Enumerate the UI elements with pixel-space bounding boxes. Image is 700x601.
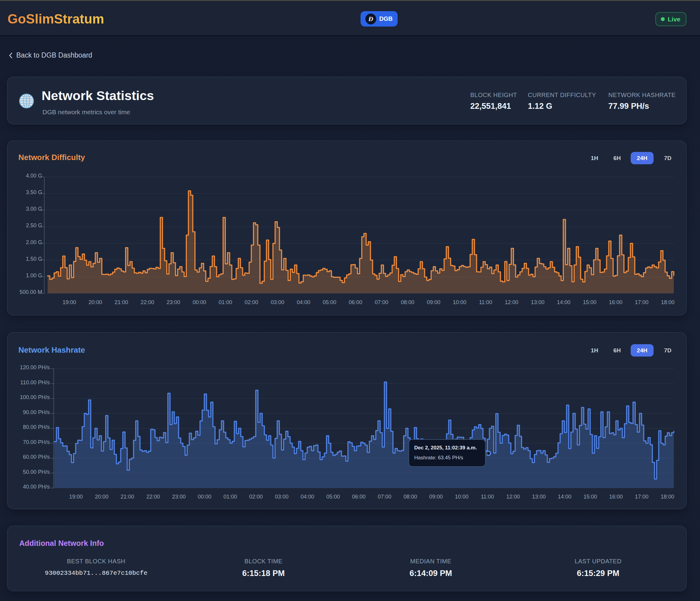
svg-text:19:00: 19:00 [62, 299, 76, 305]
svg-text:18:00: 18:00 [660, 494, 674, 500]
svg-text:20:00: 20:00 [89, 299, 102, 305]
svg-text:07:00: 07:00 [378, 494, 391, 500]
svg-text:16:00: 16:00 [609, 299, 623, 305]
svg-text:12:00: 12:00 [505, 299, 519, 305]
svg-text:17:00: 17:00 [635, 494, 648, 500]
svg-text:11:00: 11:00 [479, 299, 492, 305]
svg-text:110.00 PH/s: 110.00 PH/s [20, 379, 50, 385]
svg-text:1.50 G: 1.50 G [26, 256, 42, 262]
svg-text:90.00 PH/s: 90.00 PH/s [23, 409, 50, 415]
svg-text:03:00: 03:00 [275, 494, 289, 500]
svg-text:4.00 G: 4.00 G [26, 173, 42, 179]
svg-text:11:00: 11:00 [481, 494, 494, 500]
svg-text:13:00: 13:00 [531, 299, 545, 305]
svg-text:120.00 PH/s: 120.00 PH/s [20, 365, 50, 370]
svg-text:23:00: 23:00 [167, 299, 180, 305]
svg-text:01:00: 01:00 [219, 299, 232, 305]
svg-text:01:00: 01:00 [223, 494, 237, 500]
svg-text:14:00: 14:00 [558, 494, 571, 500]
svg-text:60.00 PH/s: 60.00 PH/s [23, 454, 50, 460]
svg-text:08:00: 08:00 [403, 494, 417, 500]
svg-text:50.00 PH/s: 50.00 PH/s [23, 469, 50, 475]
svg-text:15:00: 15:00 [583, 494, 597, 500]
svg-text:10:00: 10:00 [453, 299, 466, 305]
svg-text:23:00: 23:00 [172, 494, 186, 500]
svg-text:3.50 G: 3.50 G [26, 189, 42, 195]
svg-text:04:00: 04:00 [297, 299, 310, 305]
svg-text:3.00 G: 3.00 G [26, 206, 42, 212]
svg-text:02:00: 02:00 [245, 299, 258, 305]
svg-text:05:00: 05:00 [323, 299, 336, 305]
svg-text:08:00: 08:00 [401, 299, 414, 305]
svg-text:16:00: 16:00 [609, 494, 623, 500]
svg-text:100.00 PH/s: 100.00 PH/s [20, 394, 50, 400]
svg-text:06:00: 06:00 [352, 494, 366, 500]
svg-text:18:00: 18:00 [661, 299, 674, 305]
svg-text:02:00: 02:00 [249, 494, 263, 500]
svg-text:70.00 PH/s: 70.00 PH/s [23, 439, 50, 445]
svg-text:09:00: 09:00 [427, 299, 441, 305]
svg-text:05:00: 05:00 [326, 494, 340, 500]
svg-text:80.00 PH/s: 80.00 PH/s [23, 424, 50, 430]
svg-text:1.00 G: 1.00 G [26, 273, 42, 278]
svg-text:06:00: 06:00 [349, 299, 362, 305]
svg-text:07:00: 07:00 [375, 299, 388, 305]
svg-text:13:00: 13:00 [532, 494, 546, 500]
svg-text:2.50 G: 2.50 G [26, 222, 42, 228]
svg-text:22:00: 22:00 [141, 299, 154, 305]
svg-text:09:00: 09:00 [429, 494, 443, 500]
svg-text:22:00: 22:00 [146, 494, 160, 500]
svg-text:40.00 PH/s: 40.00 PH/s [23, 484, 50, 490]
svg-text:15:00: 15:00 [583, 299, 596, 305]
svg-text:21:00: 21:00 [115, 299, 128, 305]
svg-text:12:00: 12:00 [506, 494, 520, 500]
svg-text:04:00: 04:00 [301, 494, 314, 500]
svg-text:19:00: 19:00 [69, 494, 82, 500]
svg-text:00:00: 00:00 [193, 299, 206, 305]
svg-text:2.00 G: 2.00 G [26, 239, 42, 245]
svg-text:17:00: 17:00 [635, 299, 648, 305]
svg-text:10:00: 10:00 [455, 494, 469, 500]
svg-text:03:00: 03:00 [271, 299, 284, 305]
svg-text:14:00: 14:00 [557, 299, 570, 305]
svg-text:500.00 M: 500.00 M [20, 289, 42, 295]
svg-text:21:00: 21:00 [121, 494, 134, 500]
svg-text:00:00: 00:00 [198, 494, 211, 500]
svg-text:20:00: 20:00 [95, 494, 108, 500]
